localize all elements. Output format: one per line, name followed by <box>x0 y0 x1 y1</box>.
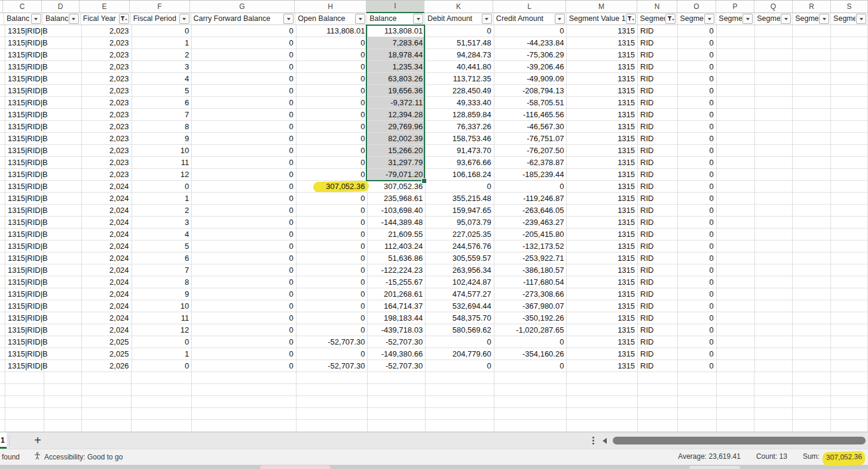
cell[interactable]: 0 <box>678 217 717 229</box>
cell[interactable]: 0 <box>192 157 296 169</box>
cell[interactable]: 2,024 <box>82 312 132 324</box>
cell[interactable] <box>717 145 755 157</box>
cell[interactable]: 0 <box>297 240 368 252</box>
cell[interactable]: RID <box>638 157 678 169</box>
cell[interactable] <box>44 312 82 324</box>
cell[interactable]: -76,207.50 <box>494 145 567 157</box>
cell[interactable] <box>44 181 82 193</box>
cell[interactable] <box>44 61 82 73</box>
cell[interactable]: 2,023 <box>82 169 132 181</box>
cell[interactable] <box>0 408 5 420</box>
cell[interactable]: RID <box>638 37 678 49</box>
cell[interactable]: 0 <box>678 193 717 205</box>
cell[interactable]: -49,909.09 <box>494 73 567 85</box>
cell[interactable]: 0 <box>192 229 296 240</box>
cell[interactable]: -132,173.52 <box>494 240 567 252</box>
cell[interactable] <box>831 324 868 336</box>
cell[interactable] <box>368 396 426 408</box>
cell[interactable]: 7,283.64 <box>368 37 426 49</box>
cell[interactable]: 305,559.57 <box>426 252 494 264</box>
cell[interactable]: -367,980.07 <box>494 300 567 312</box>
cell[interactable] <box>754 420 793 432</box>
cell[interactable] <box>831 61 868 73</box>
cell[interactable]: 0 <box>678 145 717 157</box>
cell[interactable]: 0 <box>678 169 717 181</box>
cell[interactable] <box>831 25 868 37</box>
cell[interactable] <box>831 408 868 420</box>
cell[interactable]: 4 <box>132 229 192 240</box>
cell[interactable] <box>831 252 868 264</box>
horizontal-scrollbar-thumb[interactable] <box>613 437 866 444</box>
cell[interactable]: 0 <box>494 25 567 37</box>
cell[interactable] <box>717 348 755 360</box>
cell[interactable]: 0 <box>297 73 368 85</box>
cell[interactable] <box>793 97 831 109</box>
cell[interactable]: 112,403.24 <box>368 240 426 252</box>
cell[interactable] <box>426 384 494 396</box>
cell[interactable] <box>793 372 831 384</box>
cell[interactable] <box>297 408 368 420</box>
cell[interactable]: RID <box>638 264 678 276</box>
cell[interactable]: RID <box>638 169 678 181</box>
cell[interactable] <box>793 85 831 97</box>
cell[interactable] <box>717 324 755 336</box>
cell[interactable]: 8 <box>132 121 192 133</box>
cell[interactable]: 31,297.79 <box>368 157 426 169</box>
cell[interactable]: 2,024 <box>82 300 132 312</box>
cell[interactable]: 228,450.49 <box>426 85 494 97</box>
cell[interactable] <box>831 37 868 49</box>
average-stat[interactable]: Average: 23,619.41 <box>678 452 741 461</box>
cell[interactable] <box>44 384 82 396</box>
cell[interactable] <box>717 121 755 133</box>
cell[interactable]: 1 <box>132 37 192 49</box>
cell[interactable]: -386,180.57 <box>494 264 567 276</box>
cell[interactable] <box>44 73 82 85</box>
cell[interactable] <box>793 205 831 217</box>
cell[interactable]: RID <box>638 336 678 348</box>
cell[interactable]: 0 <box>132 181 192 193</box>
column-letter-E[interactable]: E <box>80 1 130 13</box>
cell[interactable]: 9 <box>132 133 192 145</box>
cell[interactable]: 0 <box>192 169 296 181</box>
cell[interactable]: 0 <box>297 264 368 276</box>
cell[interactable] <box>44 240 82 252</box>
cell[interactable]: 3 <box>132 217 192 229</box>
cell[interactable] <box>44 169 82 181</box>
cell[interactable]: 1315|RID|B <box>5 73 44 85</box>
cell[interactable]: 307,052.36 <box>297 181 368 193</box>
cell[interactable]: 0 <box>678 73 717 85</box>
cell[interactable]: 0 <box>297 121 368 133</box>
cell[interactable]: 0 <box>678 61 717 73</box>
cell[interactable] <box>717 109 755 121</box>
cell[interactable]: 76,337.26 <box>426 121 494 133</box>
cell[interactable]: 63,803.26 <box>368 73 426 85</box>
cell[interactable] <box>44 145 82 157</box>
cell[interactable]: 0 <box>678 288 717 300</box>
cell[interactable] <box>494 408 567 420</box>
filter-button-L[interactable] <box>555 14 565 24</box>
cell[interactable] <box>755 252 793 264</box>
cell[interactable]: 0 <box>192 300 296 312</box>
cell[interactable]: -1,020,287.65 <box>494 324 567 336</box>
cell[interactable]: 0 <box>192 288 296 300</box>
cell[interactable] <box>831 276 868 288</box>
filter-button-D[interactable] <box>69 14 79 24</box>
cell[interactable]: 2,024 <box>82 264 132 276</box>
cell[interactable] <box>793 348 831 360</box>
cell[interactable] <box>755 133 793 145</box>
cell[interactable]: 1315 <box>567 85 638 97</box>
cell[interactable]: 1315 <box>567 312 638 324</box>
cell[interactable] <box>297 396 368 408</box>
cell[interactable]: RID <box>638 240 678 252</box>
cell[interactable]: 2 <box>132 205 192 217</box>
cell[interactable]: -39,206.46 <box>494 61 567 73</box>
cell[interactable]: 2,023 <box>82 97 132 109</box>
cell[interactable]: 12,394.28 <box>368 109 426 121</box>
cell[interactable] <box>44 396 82 408</box>
cell[interactable]: 2,024 <box>82 288 132 300</box>
cell[interactable]: 2,023 <box>82 157 132 169</box>
cell[interactable]: 94,284.73 <box>426 49 494 61</box>
cell[interactable]: 0 <box>678 264 717 276</box>
cell[interactable]: RID <box>638 360 678 372</box>
cell[interactable]: 0 <box>297 109 368 121</box>
